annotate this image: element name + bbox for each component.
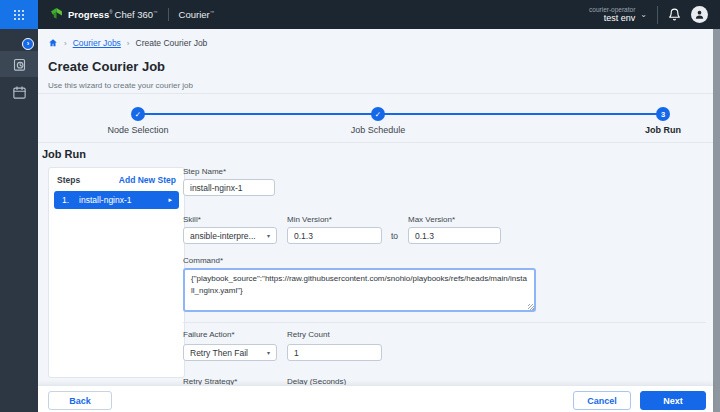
brand-company: Progress® — [68, 9, 113, 20]
wizard-footer: Back Cancel Next — [38, 385, 713, 412]
failure-action-select[interactable]: Retry Then Fail ▾ — [183, 344, 277, 361]
page-title: Create Courier Job — [48, 59, 165, 74]
home-icon[interactable] — [48, 38, 58, 48]
stepper-step-1-dot[interactable]: ✓ — [131, 107, 145, 121]
steps-panel-title: Steps — [57, 175, 80, 185]
notifications-bell-icon[interactable] — [668, 8, 681, 21]
breadcrumb-separator: › — [127, 39, 130, 48]
app-name: Courier™ — [179, 9, 215, 20]
stepper-step-3-label: Job Run — [618, 125, 708, 135]
account-role: courier-operator — [589, 6, 635, 13]
cancel-button[interactable]: Cancel — [573, 391, 631, 410]
account-switcher[interactable]: courier-operator test env — [589, 6, 635, 23]
sidebar-expand-toggle[interactable]: › — [22, 38, 34, 50]
person-icon — [694, 9, 705, 20]
user-avatar[interactable] — [691, 6, 708, 23]
command-textarea[interactable]: {"playbook_source":"https://raw.githubus… — [183, 268, 536, 312]
sidebar-item-jobs[interactable] — [0, 51, 38, 77]
stepper-connector — [138, 113, 663, 115]
divider — [38, 142, 713, 143]
breadcrumb-separator: › — [64, 39, 67, 48]
stepper-step-2-dot[interactable]: ✓ — [371, 107, 385, 121]
step-name-input[interactable] — [183, 179, 275, 196]
select-caret-icon: ▾ — [267, 349, 270, 356]
min-version-label: Min Version* — [287, 215, 332, 224]
next-button[interactable]: Next — [640, 391, 706, 410]
top-bar: Progress® Chef 360™ Courier™ courier-ope… — [0, 0, 720, 29]
vertical-scrollbar[interactable] — [713, 29, 720, 412]
divider — [38, 93, 713, 94]
version-range-joiner: to — [391, 231, 398, 241]
page-subtitle: Use this wizard to create your courier j… — [48, 81, 193, 90]
back-button[interactable]: Back — [48, 391, 112, 410]
add-new-step-link[interactable]: Add New Step — [119, 175, 176, 185]
breadcrumb-link-courier-jobs[interactable]: Courier Jobs — [73, 38, 121, 48]
topbar-divider — [168, 8, 169, 21]
waffle-icon — [14, 10, 24, 20]
failure-action-label: Failure Action* — [183, 330, 235, 339]
stepper-step-2-label: Job Schedule — [333, 125, 423, 135]
breadcrumb: › Courier Jobs › Create Courier Job — [48, 38, 207, 48]
skill-label: Skill* — [183, 215, 201, 224]
step-name: install-nginx-1 — [79, 195, 131, 205]
chevron-right-icon: ▸ — [168, 196, 172, 204]
max-version-input[interactable] — [408, 227, 501, 244]
command-label: Command* — [183, 256, 223, 265]
breadcrumb-current: Create Courier Job — [136, 38, 208, 48]
sidebar-item-schedule[interactable] — [0, 79, 38, 105]
min-version-input[interactable] — [287, 227, 382, 244]
step-index: 1. — [62, 195, 69, 205]
brand: Progress® Chef 360™ — [50, 8, 158, 21]
retry-count-input[interactable] — [287, 344, 382, 361]
failure-action-value: Retry Then Fail — [190, 348, 248, 358]
topbar-divider — [657, 6, 658, 24]
progress-logo-icon — [50, 8, 63, 21]
skill-select[interactable]: ansible-interpre... ▾ — [183, 227, 277, 244]
skill-select-value: ansible-interpre... — [190, 231, 256, 241]
calendar-icon — [12, 85, 27, 100]
step-list-item-selected[interactable]: 1. install-nginx-1 ▸ — [54, 191, 179, 209]
brand-suite: Chef 360™ — [115, 9, 158, 20]
section-heading: Job Run — [42, 148, 86, 160]
divider — [183, 322, 706, 323]
step-name-label: Step Name* — [183, 167, 226, 176]
app-launcher-button[interactable] — [0, 0, 38, 29]
job-clipboard-clock-icon — [12, 57, 27, 72]
chevron-down-icon[interactable]: ⌄ — [640, 10, 647, 19]
textarea-resize-handle[interactable] — [528, 304, 534, 310]
select-caret-icon: ▾ — [267, 232, 270, 239]
retry-count-label: Retry Count — [287, 330, 330, 339]
stepper-step-3-dot[interactable]: 3 — [656, 107, 670, 121]
max-version-label: Max Version* — [408, 215, 455, 224]
stepper-step-1-label: Node Selection — [93, 125, 183, 135]
steps-panel: Steps Add New Step 1. install-nginx-1 ▸ — [48, 167, 185, 378]
account-environment: test env — [589, 13, 635, 23]
left-sidebar — [0, 29, 38, 412]
